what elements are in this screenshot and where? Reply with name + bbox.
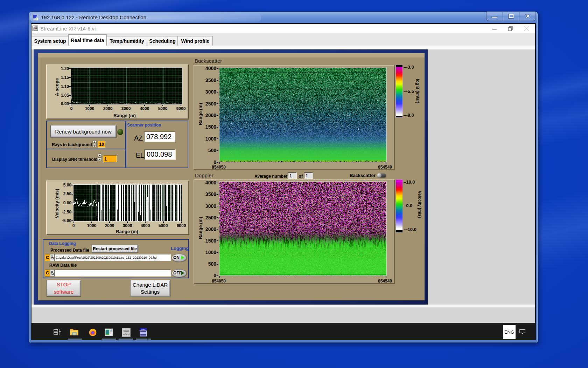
svg-text:sched: sched — [123, 333, 130, 335]
svg-text:SEEK: SEEK — [141, 328, 146, 330]
svg-text:Scan: Scan — [124, 330, 129, 332]
